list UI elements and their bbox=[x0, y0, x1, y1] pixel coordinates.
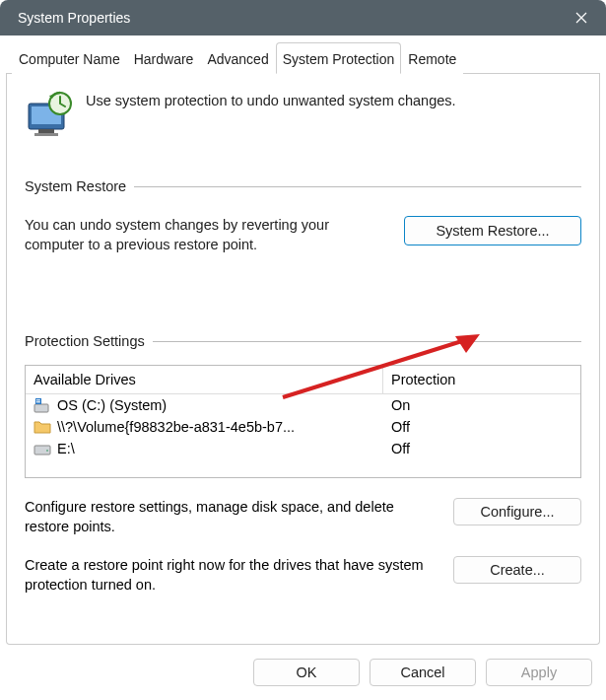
configure-description: Configure restore settings, manage disk … bbox=[25, 498, 430, 536]
svg-rect-10 bbox=[38, 399, 40, 401]
column-header-protection[interactable]: Protection bbox=[383, 366, 580, 394]
table-row[interactable]: OS (C:) (System) On bbox=[26, 394, 580, 416]
restore-description: You can undo system changes by reverting… bbox=[25, 216, 386, 254]
drive-protection-status: On bbox=[383, 394, 580, 416]
tab-system-protection[interactable]: System Protection bbox=[276, 42, 402, 74]
dialog-footer: OK Cancel Apply bbox=[6, 645, 600, 700]
column-header-drives[interactable]: Available Drives bbox=[26, 366, 383, 394]
tab-page-system-protection: Use system protection to undo unwanted s… bbox=[6, 74, 600, 645]
drive-icon bbox=[34, 441, 51, 456]
configure-button[interactable]: Configure... bbox=[453, 498, 581, 525]
svg-rect-7 bbox=[34, 404, 48, 412]
window-title: System Properties bbox=[18, 10, 130, 26]
drive-protection-status: Off bbox=[383, 416, 580, 438]
tab-hardware[interactable]: Hardware bbox=[127, 42, 201, 74]
create-description: Create a restore point right now for the… bbox=[25, 556, 430, 595]
close-icon bbox=[575, 12, 587, 24]
svg-rect-11 bbox=[36, 401, 38, 403]
divider bbox=[134, 186, 581, 187]
titlebar: System Properties bbox=[0, 0, 606, 35]
system-restore-button[interactable]: System Restore... bbox=[404, 216, 581, 245]
intro-text: Use system protection to undo unwanted s… bbox=[86, 90, 456, 110]
close-button[interactable] bbox=[557, 0, 606, 35]
create-button[interactable]: Create... bbox=[453, 556, 581, 584]
svg-point-14 bbox=[46, 450, 48, 452]
drive-name: E:\ bbox=[57, 441, 75, 456]
table-row-empty bbox=[26, 459, 580, 477]
folder-icon bbox=[34, 419, 51, 435]
drives-table: Available Drives Protection OS (C:) (Sys… bbox=[25, 365, 581, 478]
table-row[interactable]: \\?\Volume{f98832be-a831-4e5b-b7... Off bbox=[26, 416, 580, 438]
tab-computer-name[interactable]: Computer Name bbox=[12, 42, 127, 74]
svg-rect-12 bbox=[38, 401, 40, 403]
tab-remote[interactable]: Remote bbox=[401, 42, 463, 74]
svg-rect-9 bbox=[36, 399, 38, 401]
svg-rect-3 bbox=[34, 133, 58, 136]
group-title-system-restore: System Restore bbox=[25, 178, 126, 194]
table-row[interactable]: E:\ Off bbox=[26, 438, 580, 459]
apply-button[interactable]: Apply bbox=[486, 659, 592, 686]
drive-protection-status: Off bbox=[383, 438, 580, 459]
system-restore-icon bbox=[25, 90, 76, 141]
ok-button[interactable]: OK bbox=[253, 659, 360, 686]
tab-advanced[interactable]: Advanced bbox=[200, 42, 275, 74]
drive-name: \\?\Volume{f98832be-a831-4e5b-b7... bbox=[57, 419, 295, 435]
cancel-button[interactable]: Cancel bbox=[370, 659, 476, 686]
tab-strip: Computer Name Hardware Advanced System P… bbox=[6, 41, 600, 74]
svg-rect-2 bbox=[38, 129, 54, 133]
divider bbox=[153, 341, 581, 342]
drive-name: OS (C:) (System) bbox=[57, 397, 167, 413]
os-drive-icon bbox=[34, 397, 51, 413]
group-title-protection-settings: Protection Settings bbox=[25, 333, 145, 349]
